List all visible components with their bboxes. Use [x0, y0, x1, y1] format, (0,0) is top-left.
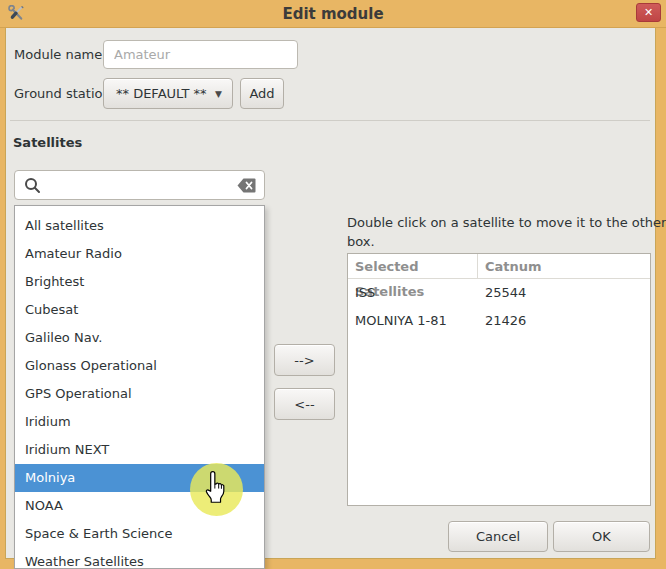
column-header-selected-satellites[interactable]: Selected Satellites — [348, 254, 478, 278]
ground-station-value: ** DEFAULT ** — [116, 86, 207, 101]
satellite-group-list: All satellitesAmateur RadioBrightestCube… — [14, 205, 265, 569]
table-body: ISS25544MOLNIYA 1-8121426 — [348, 279, 650, 335]
satellite-name-cell: MOLNIYA 1-81 — [348, 307, 478, 335]
selected-satellites-table: Selected Satellites Catnum ISS25544MOLNI… — [347, 253, 651, 506]
chevron-down-icon: ▼ — [215, 89, 222, 99]
satellites-section-label: Satellites — [13, 135, 82, 150]
close-button[interactable]: ✕ — [636, 3, 661, 22]
ground-station-select[interactable]: ** DEFAULT ** ▼ — [103, 78, 233, 109]
satellite-name-cell: ISS — [348, 279, 478, 307]
table-header-row: Selected Satellites Catnum — [348, 254, 650, 279]
window-title: Edit module — [0, 5, 666, 23]
list-item-glonass-operational[interactable]: Glonass Operational — [15, 352, 264, 380]
search-icon — [24, 177, 41, 194]
clear-search-icon[interactable] — [237, 178, 256, 193]
search-input[interactable] — [47, 172, 232, 198]
satellite-search-box — [14, 170, 265, 200]
list-item-weather-satellites[interactable]: Weather Satellites — [15, 548, 264, 569]
ok-button[interactable]: OK — [553, 521, 650, 552]
add-ground-station-button[interactable]: Add — [240, 78, 284, 109]
catnum-cell: 21426 — [478, 307, 650, 335]
list-item-iridium[interactable]: Iridium — [15, 408, 264, 436]
list-item-brightest[interactable]: Brightest — [15, 268, 264, 296]
list-item-space-earth-science[interactable]: Space & Earth Science — [15, 520, 264, 548]
list-item-cubesat[interactable]: Cubesat — [15, 296, 264, 324]
move-left-button[interactable]: <-- — [274, 388, 335, 420]
list-item-iridium-next[interactable]: Iridium NEXT — [15, 436, 264, 464]
titlebar: Edit module ✕ — [0, 0, 666, 28]
list-item-molniya[interactable]: Molniya — [15, 464, 264, 492]
ground-station-label: Ground station — [14, 86, 111, 101]
move-right-button[interactable]: --> — [274, 344, 335, 376]
list-item-galileo-nav-[interactable]: Galileo Nav. — [15, 324, 264, 352]
edit-module-dialog: Edit module ✕ Module name Ground station… — [0, 0, 666, 569]
module-name-label: Module name — [14, 47, 102, 62]
list-item-amateur-radio[interactable]: Amateur Radio — [15, 240, 264, 268]
cancel-button[interactable]: Cancel — [448, 521, 548, 552]
list-item-gps-operational[interactable]: GPS Operational — [15, 380, 264, 408]
table-row[interactable]: MOLNIYA 1-8121426 — [348, 307, 650, 335]
catnum-cell: 25544 — [478, 279, 650, 307]
table-row[interactable]: ISS25544 — [348, 279, 650, 307]
list-item-noaa[interactable]: NOAA — [15, 492, 264, 520]
module-name-input[interactable] — [103, 40, 298, 69]
list-item-all-satellites[interactable]: All satellites — [15, 212, 264, 240]
column-header-catnum[interactable]: Catnum — [478, 254, 650, 278]
section-separator — [10, 120, 650, 121]
transfer-instruction: Double click on a satellite to move it t… — [347, 213, 666, 251]
